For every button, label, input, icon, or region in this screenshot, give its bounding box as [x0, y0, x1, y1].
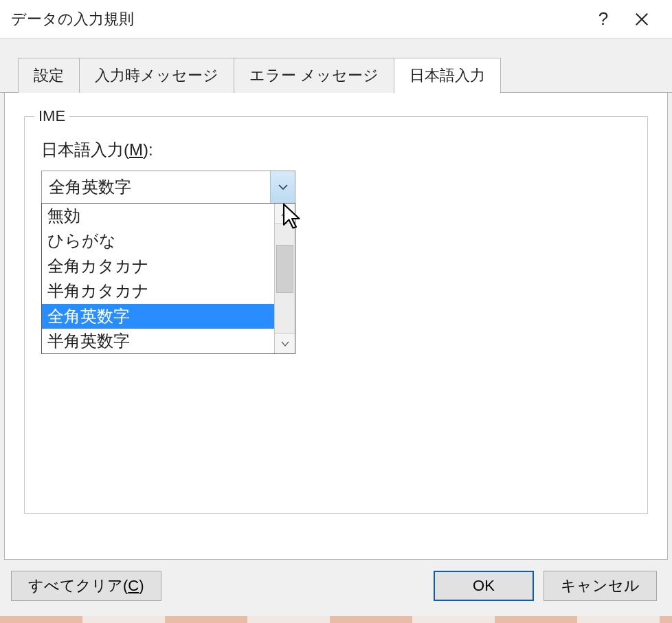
button-bar: すべてクリア(C) OK キャンセル	[0, 560, 672, 616]
help-icon[interactable]: ?	[584, 0, 623, 39]
close-icon[interactable]	[623, 0, 661, 39]
tab-input-message[interactable]: 入力時メッセージ	[79, 58, 234, 93]
ok-button[interactable]: OK	[434, 571, 534, 601]
list-item[interactable]: ひらがな	[42, 228, 274, 253]
tab-panel-ime: IME 日本語入力(M): 全角英数字 無効 ひらがな	[4, 93, 668, 560]
scroll-thumb[interactable]	[276, 245, 293, 293]
list-item[interactable]: 半角カタカナ	[42, 278, 274, 303]
list-item[interactable]: 全角カタカナ	[42, 254, 274, 278]
ime-mode-label: 日本語入力(M):	[41, 139, 631, 161]
ime-mode-combo-wrap: 全角英数字 無効 ひらがな 全角カタカナ 半角カタカナ 全角英数字 半角英数字	[41, 171, 295, 204]
tab-settings[interactable]: 設定	[18, 58, 80, 93]
list-item[interactable]: 全角英数字	[42, 304, 274, 329]
scroll-track[interactable]	[275, 224, 295, 333]
tab-ime[interactable]: 日本語入力	[394, 58, 501, 94]
list-item[interactable]: 半角英数字	[42, 329, 274, 353]
clear-all-button[interactable]: すべてクリア(C)	[11, 571, 161, 601]
chevron-down-icon[interactable]	[270, 171, 295, 203]
ime-mode-combobox[interactable]: 全角英数字	[41, 171, 295, 204]
content-area: 設定 入力時メッセージ エラー メッセージ 日本語入力 IME 日本語入力(M)…	[0, 39, 672, 623]
data-validation-dialog: データの入力規則 ? 設定 入力時メッセージ エラー メッセージ 日本語入力 I…	[0, 0, 672, 623]
dropdown-list: 無効 ひらがな 全角カタカナ 半角カタカナ 全角英数字 半角英数字	[42, 204, 274, 353]
dialog-title: データの入力規則	[11, 9, 584, 30]
list-item[interactable]: 無効	[42, 204, 274, 228]
ime-mode-value: 全角英数字	[42, 171, 270, 203]
ime-mode-dropdown: 無効 ひらがな 全角カタカナ 半角カタカナ 全角英数字 半角英数字	[41, 203, 295, 354]
cancel-button[interactable]: キャンセル	[544, 571, 657, 601]
ime-fieldset: IME 日本語入力(M): 全角英数字 無効 ひらがな	[24, 116, 648, 514]
tab-bar: 設定 入力時メッセージ エラー メッセージ 日本語入力	[0, 39, 672, 93]
worksheet-tabs-strip	[0, 616, 672, 623]
tab-error-alert[interactable]: エラー メッセージ	[234, 58, 394, 93]
scroll-down-icon[interactable]	[275, 333, 295, 353]
scroll-up-icon[interactable]	[275, 204, 295, 224]
fieldset-legend: IME	[34, 107, 69, 125]
titlebar: データの入力規則 ?	[0, 0, 672, 39]
dropdown-scrollbar[interactable]	[274, 204, 295, 353]
